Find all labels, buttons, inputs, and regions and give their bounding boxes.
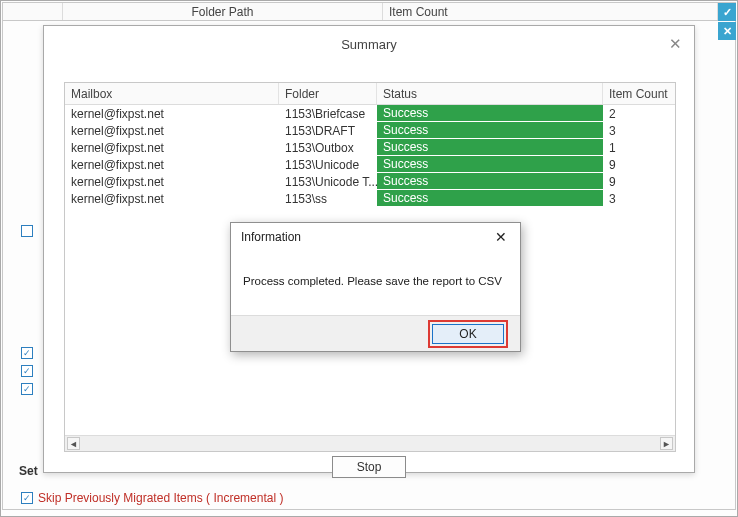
cell-item-count: 2: [603, 105, 675, 122]
status-badge: Success: [377, 190, 603, 207]
cell-folder: 1153\Briefcase: [279, 105, 377, 122]
cell-status: Success: [377, 139, 603, 156]
table-row[interactable]: kernel@fixpst.net1153\UnicodeSuccess9: [65, 156, 675, 173]
status-badge: Success: [377, 173, 603, 190]
summary-column-headers: Mailbox Folder Status Item Count: [65, 83, 675, 105]
table-row[interactable]: kernel@fixpst.net1153\DRAFTSuccess3: [65, 122, 675, 139]
bg-checkbox-3[interactable]: ✓: [21, 365, 33, 377]
status-badge: Success: [377, 139, 603, 156]
table-row[interactable]: kernel@fixpst.net1153\BriefcaseSuccess2: [65, 105, 675, 122]
cell-folder: 1153\DRAFT: [279, 122, 377, 139]
cell-mailbox: kernel@fixpst.net: [65, 105, 279, 122]
col-header-mailbox[interactable]: Mailbox: [65, 83, 279, 104]
col-header-status[interactable]: Status: [377, 83, 603, 104]
cell-item-count: 3: [603, 122, 675, 139]
ok-button[interactable]: OK: [432, 324, 504, 344]
dialog-title: Information: [241, 230, 301, 244]
check-all-icon[interactable]: ✓: [718, 3, 736, 21]
summary-titlebar: Summary ✕: [44, 26, 694, 62]
dialog-message: Process completed. Please save the repor…: [231, 251, 520, 295]
stop-button[interactable]: Stop: [332, 456, 406, 478]
uncheck-all-icon[interactable]: ✕: [718, 22, 736, 40]
ok-button-highlight: OK: [428, 320, 508, 348]
cell-folder: 1153\Unicode: [279, 156, 377, 173]
cell-mailbox: kernel@fixpst.net: [65, 139, 279, 156]
cell-item-count: 9: [603, 156, 675, 173]
cell-item-count: 3: [603, 190, 675, 207]
table-row[interactable]: kernel@fixpst.net1153\OutboxSuccess1: [65, 139, 675, 156]
cell-status: Success: [377, 156, 603, 173]
summary-title: Summary: [341, 37, 397, 52]
status-badge: Success: [377, 122, 603, 139]
skip-previously-migrated-checkbox[interactable]: ✓ Skip Previously Migrated Items ( Incre…: [21, 491, 283, 505]
close-icon[interactable]: ✕: [490, 228, 512, 246]
bg-header-folder-path[interactable]: Folder Path: [63, 3, 383, 20]
cell-folder: 1153\Outbox: [279, 139, 377, 156]
bg-checkbox-4[interactable]: ✓: [21, 383, 33, 395]
cell-folder: 1153\Unicode T...: [279, 173, 377, 190]
bg-checkbox-2[interactable]: ✓: [21, 347, 33, 359]
cell-folder: 1153\ss: [279, 190, 377, 207]
bg-header-spacer: [3, 3, 63, 20]
cell-status: Success: [377, 122, 603, 139]
cell-mailbox: kernel@fixpst.net: [65, 190, 279, 207]
cell-status: Success: [377, 173, 603, 190]
bg-filter-checkboxes: ✓ ✓ ✓ ✓: [21, 225, 33, 395]
scroll-left-icon[interactable]: ◄: [67, 437, 80, 450]
cell-status: Success: [377, 105, 603, 122]
cell-mailbox: kernel@fixpst.net: [65, 173, 279, 190]
bg-checkbox-1[interactable]: ✓: [21, 225, 33, 237]
bg-header-item-count[interactable]: Item Count: [383, 3, 718, 20]
col-header-item-count[interactable]: Item Count: [603, 83, 675, 104]
cell-item-count: 9: [603, 173, 675, 190]
cell-item-count: 1: [603, 139, 675, 156]
table-row[interactable]: kernel@fixpst.net1153\ssSuccess3: [65, 190, 675, 207]
summary-rows: kernel@fixpst.net1153\BriefcaseSuccess2k…: [65, 105, 675, 207]
information-dialog: Information ✕ Process completed. Please …: [230, 222, 521, 352]
dialog-titlebar: Information ✕: [231, 223, 520, 251]
table-row[interactable]: kernel@fixpst.net1153\Unicode T...Succes…: [65, 173, 675, 190]
bg-column-headers: Folder Path Item Count ▴: [3, 3, 735, 21]
cell-mailbox: kernel@fixpst.net: [65, 156, 279, 173]
status-badge: Success: [377, 156, 603, 173]
skip-previously-migrated-label: Skip Previously Migrated Items ( Increme…: [38, 491, 283, 505]
cell-status: Success: [377, 190, 603, 207]
bg-right-toolbar: ✓ ✕: [718, 3, 736, 40]
col-header-folder[interactable]: Folder: [279, 83, 377, 104]
scroll-right-icon[interactable]: ►: [660, 437, 673, 450]
summary-hscrollbar[interactable]: ◄ ►: [65, 435, 675, 451]
set-filter-label: Set: [19, 464, 38, 478]
dialog-footer: OK: [231, 315, 520, 351]
cell-mailbox: kernel@fixpst.net: [65, 122, 279, 139]
status-badge: Success: [377, 105, 603, 122]
close-icon[interactable]: ✕: [666, 35, 684, 53]
